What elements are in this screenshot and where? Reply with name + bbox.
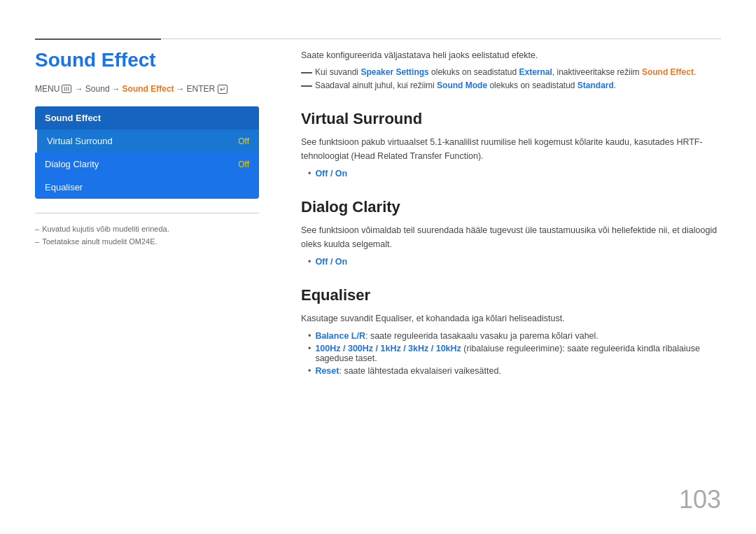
page-title: Sound Effect xyxy=(35,49,259,71)
section-desc-equaliser: Kasutage suvandit Equaliser, et kohandad… xyxy=(301,311,721,325)
right-note-1: Kui suvandi Speaker Settings olekuks on … xyxy=(301,67,721,77)
bullet-reset: Reset: saate lähtestada ekvalaiseri vaik… xyxy=(301,366,721,376)
section-desc-virtual-surround: See funktsioon pakub virtuaalset 5.1-kan… xyxy=(301,135,721,163)
note-1: Kuvatud kujutis võib mudeliti erineda. xyxy=(35,225,259,233)
menu-item-label: Dialog Clarity xyxy=(45,159,99,169)
reset-label: Reset xyxy=(315,366,339,376)
sound-mode-label: Sound Mode xyxy=(437,80,487,90)
menu-item-value: Off xyxy=(238,136,249,146)
note-2: Toetatakse ainult mudelit OM24E. xyxy=(35,237,259,246)
bullet-off-on-dc: Off / On xyxy=(301,257,721,267)
note-bar-2 xyxy=(301,85,312,87)
menu-label: MENU xyxy=(35,84,59,94)
menu-item-value: Off xyxy=(238,160,249,169)
section-title-dialog-clarity: Dialog Clarity xyxy=(301,198,721,216)
right-note-2: Saadaval ainult juhul, kui režiimi Sound… xyxy=(301,80,721,90)
freq-label: 100Hz / 300Hz / 1kHz / 3kHz / 10kHz xyxy=(315,344,461,353)
breadcrumb: MENU III → Sound → Sound Effect → ENTER … xyxy=(35,84,259,94)
menu-item-virtual-surround[interactable]: Virtual Surround Off xyxy=(35,129,259,153)
top-accent-line xyxy=(35,38,161,40)
breadcrumb-sound-effect: Sound Effect xyxy=(122,84,174,94)
menu-item-equaliser[interactable]: Equaliser xyxy=(35,176,259,199)
breadcrumb-arrow2: → xyxy=(112,84,120,94)
right-intro: Saate konfigureerida väljastatava heli j… xyxy=(301,50,721,60)
menu-item-dialog-clarity[interactable]: Dialog Clarity Off xyxy=(35,153,259,176)
right-panel: Saate konfigureerida väljastatava heli j… xyxy=(301,28,721,506)
bullet-off-on-vs: Off / On xyxy=(301,169,721,178)
divider xyxy=(35,213,259,213)
section-desc-dialog-clarity: See funktsioon võimaldab teil suurendada… xyxy=(301,223,721,251)
menu-box: Sound Effect Virtual Surround Off Dialog… xyxy=(35,106,259,199)
external-label: External xyxy=(519,67,552,77)
sound-effect-label: Sound Effect xyxy=(642,67,694,77)
left-panel: Sound Effect MENU III → Sound → Sound Ef… xyxy=(35,28,259,506)
menu-item-label: Virtual Surround xyxy=(47,136,113,146)
menu-box-header: Sound Effect xyxy=(35,106,259,129)
balance-label: Balance L/R xyxy=(315,331,365,341)
bullet-balance: Balance L/R: saate reguleerida tasakaalu… xyxy=(301,331,721,341)
menu-item-label: Equaliser xyxy=(45,182,83,192)
section-title-virtual-surround: Virtual Surround xyxy=(301,110,721,128)
note-bar xyxy=(301,72,312,73)
off-on-dc-label: Off / On xyxy=(315,257,347,267)
speaker-settings-label: Speaker Settings xyxy=(360,67,428,77)
breadcrumb-arrow1: → xyxy=(75,84,83,94)
breadcrumb-enter: ENTER ↵ xyxy=(187,84,227,94)
page-number: 103 xyxy=(679,485,721,514)
off-on-vs-label: Off / On xyxy=(315,169,347,178)
menu-icon: III xyxy=(62,85,71,93)
breadcrumb-arrow3: → xyxy=(176,84,185,94)
breadcrumb-sound: Sound xyxy=(85,84,110,94)
section-title-equaliser: Equaliser xyxy=(301,286,721,304)
equaliser-inline: Equaliser xyxy=(375,314,411,323)
standard-label: Standard xyxy=(578,80,614,90)
bullet-freq: 100Hz / 300Hz / 1kHz / 3kHz / 10kHz (rib… xyxy=(301,344,721,363)
